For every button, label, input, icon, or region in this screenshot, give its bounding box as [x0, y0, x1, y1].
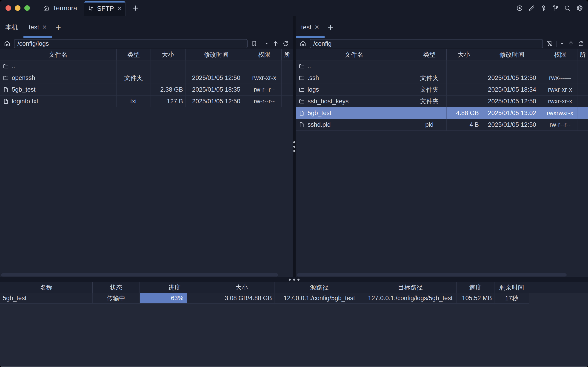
right-table-empty-area	[296, 131, 588, 273]
key-icon[interactable]	[540, 5, 547, 12]
table-row[interactable]: openssh 文件夹 2025/01/05 12:50 rwxr-xr-x	[0, 72, 293, 84]
chevron-down-icon[interactable]	[560, 41, 564, 46]
zoom-window-button[interactable]	[24, 5, 30, 11]
progress-label: 63%	[171, 295, 183, 302]
column-size[interactable]: 大小	[209, 282, 274, 293]
right-path-input[interactable]	[310, 39, 543, 48]
right-tab-test-close-icon[interactable]: ✕	[315, 24, 319, 30]
table-row[interactable]: ssh_host_keys 文件夹 2025/01/05 12:50 rwxr-…	[296, 96, 588, 107]
left-path-input[interactable]	[14, 39, 247, 48]
column-size[interactable]: 大小	[151, 49, 186, 60]
transfer-empty-area	[0, 304, 588, 367]
column-type[interactable]: 类型	[412, 49, 447, 60]
parent-directory-icon[interactable]	[272, 40, 279, 47]
column-filename[interactable]: 文件名	[0, 49, 117, 60]
column-size[interactable]: 大小	[447, 49, 481, 60]
app-window: Termora SFTP ✕ + 本机 test	[0, 0, 588, 367]
home-icon[interactable]	[3, 40, 11, 47]
app-title: Termora	[53, 4, 77, 12]
column-perms[interactable]: 权限	[543, 49, 577, 60]
column-filename[interactable]: 文件名	[296, 49, 412, 60]
branch-icon[interactable]	[552, 5, 559, 12]
bookmark-remove-icon[interactable]	[546, 40, 553, 47]
close-window-button[interactable]	[6, 5, 11, 11]
refresh-icon[interactable]	[578, 40, 585, 47]
divider	[261, 41, 261, 47]
column-remaining[interactable]: 剩余时间	[494, 282, 529, 293]
transfer-splitter-horizontal[interactable]	[0, 277, 588, 282]
column-speed[interactable]: 速度	[457, 282, 494, 293]
column-type[interactable]: 类型	[117, 49, 151, 60]
file-name: loginfo.txt	[12, 98, 38, 105]
grip-dot	[289, 279, 291, 281]
bookmark-icon[interactable]	[251, 40, 258, 47]
folder-icon	[3, 63, 9, 69]
refresh-icon[interactable]	[282, 40, 289, 47]
new-terminal-tab-button[interactable]: +	[131, 3, 140, 13]
file-perms: rwxr-xr-x	[543, 84, 577, 95]
file-type: txt	[117, 96, 151, 107]
pane-splitter-vertical[interactable]	[293, 16, 296, 277]
table-row[interactable]: 5gb_test 2.38 GB 2025/01/05 18:35 rw-r--…	[0, 84, 293, 96]
search-icon[interactable]	[564, 5, 571, 12]
file-perms: rw-r--r--	[247, 84, 281, 95]
left-new-tab-button[interactable]: +	[52, 23, 64, 32]
right-tab-test[interactable]: test ✕	[296, 16, 324, 38]
right-table-header: 文件名 类型 大小 修改时间 权限 所	[296, 49, 588, 60]
transfer-size: 3.08 GB/4.88 GB	[209, 293, 274, 304]
record-icon[interactable]	[516, 5, 523, 12]
grip-dot	[293, 279, 295, 281]
column-status[interactable]: 状态	[93, 282, 140, 293]
left-horizontal-scrollbar	[0, 273, 293, 277]
home-icon[interactable]	[299, 40, 307, 47]
transfer-speed: 105.52 MB	[457, 293, 494, 304]
column-spacer	[529, 282, 588, 293]
file-size: 4 B	[447, 119, 481, 130]
column-name[interactable]: 名称	[0, 282, 93, 293]
chevron-down-icon[interactable]	[264, 41, 269, 46]
table-row[interactable]: ..	[296, 60, 588, 72]
transfer-row[interactable]: 5gb_test 传输中 63% 3.08 GB/4.88 GB 127.0.0…	[0, 293, 588, 304]
column-perms[interactable]: 权限	[247, 49, 281, 60]
table-row[interactable]: .ssh 文件夹 2025/01/05 12:50 rwx------	[296, 72, 588, 84]
column-owner[interactable]: 所	[281, 49, 293, 60]
file-mtime: 2025/01/05 12:50	[186, 72, 247, 83]
left-tab-test-close-icon[interactable]: ✕	[42, 24, 47, 30]
table-row-selected[interactable]: 5gb_test 4.88 GB 2025/01/05 13:02 rwxrwx…	[296, 107, 588, 119]
left-tab-test[interactable]: test ✕	[24, 16, 52, 38]
table-row[interactable]: ..	[0, 60, 293, 72]
parent-directory-icon[interactable]	[568, 40, 574, 47]
right-new-tab-button[interactable]: +	[324, 23, 337, 32]
edit-icon[interactable]	[528, 5, 535, 12]
file-name: ..	[307, 63, 311, 70]
column-progress[interactable]: 进度	[140, 282, 209, 293]
file-mtime: 2025/01/05 12:50	[186, 96, 247, 107]
table-row[interactable]: sshd.pid pid 4 B 2025/01/05 12:50 rw-r--…	[296, 119, 588, 131]
table-row[interactable]: loginfo.txt txt 127 B 2025/01/05 12:50 r…	[0, 96, 293, 107]
left-tab-local[interactable]: 本机	[0, 16, 24, 38]
grip-dot	[293, 146, 295, 148]
column-source[interactable]: 源路径	[274, 282, 364, 293]
tab-sftp[interactable]: SFTP ✕	[84, 1, 126, 16]
file-size: 2.38 GB	[151, 84, 186, 95]
column-mtime[interactable]: 修改时间	[481, 49, 543, 60]
scrollbar-thumb[interactable]	[297, 273, 567, 276]
column-target[interactable]: 目标路径	[364, 282, 457, 293]
file-mtime: 2025/01/05 12:50	[481, 96, 543, 107]
minimize-window-button[interactable]	[15, 5, 20, 11]
file-name: openssh	[12, 75, 35, 82]
divider	[556, 41, 556, 47]
scrollbar-thumb[interactable]	[1, 273, 278, 276]
file-type: 文件夹	[117, 72, 151, 83]
column-owner[interactable]: 所	[577, 49, 588, 60]
left-pathbar	[0, 38, 293, 49]
tab-sftp-close-icon[interactable]: ✕	[117, 6, 122, 12]
column-mtime[interactable]: 修改时间	[186, 49, 247, 60]
file-name: 5gb_test	[307, 109, 332, 117]
file-type: 文件夹	[412, 84, 447, 95]
table-row[interactable]: logs 文件夹 2025/01/05 18:34 rwxr-xr-x	[296, 84, 588, 96]
gear-icon[interactable]	[576, 5, 583, 12]
right-horizontal-scrollbar	[296, 273, 588, 277]
left-pane-tabbar: 本机 test ✕ +	[0, 16, 293, 38]
home-tab[interactable]: Termora	[43, 0, 77, 16]
